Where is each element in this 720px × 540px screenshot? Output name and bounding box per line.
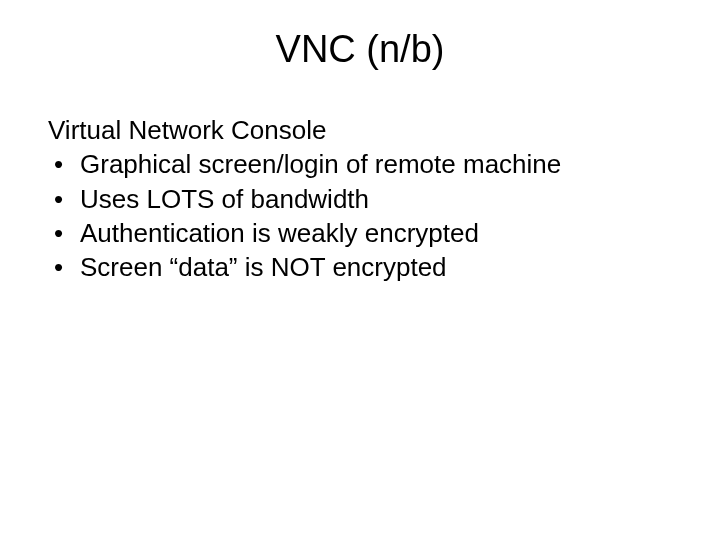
list-item: Uses LOTS of bandwidth: [48, 182, 672, 216]
list-item: Screen “data” is NOT encrypted: [48, 250, 672, 284]
bullet-list: Graphical screen/login of remote machine…: [48, 147, 672, 284]
slide-title: VNC (n/b): [48, 28, 672, 71]
list-item: Authentication is weakly encrypted: [48, 216, 672, 250]
slide-body: Virtual Network Console Graphical screen…: [48, 113, 672, 285]
intro-text: Virtual Network Console: [48, 113, 672, 147]
list-item: Graphical screen/login of remote machine: [48, 147, 672, 181]
slide-container: VNC (n/b) Virtual Network Console Graphi…: [0, 0, 720, 540]
